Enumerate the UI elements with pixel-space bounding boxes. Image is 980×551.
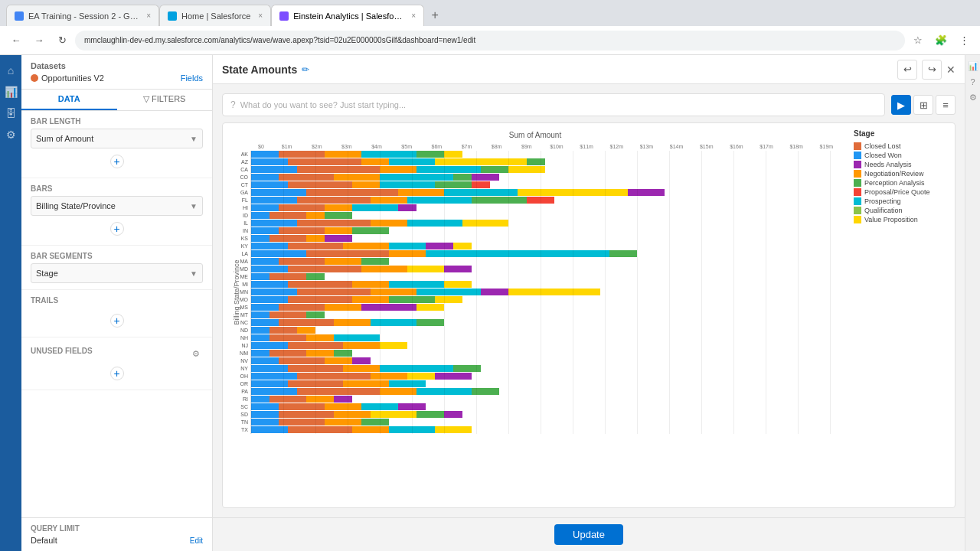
left-nav: ⌂ 📊 🗄 ⚙ <box>0 55 21 551</box>
bar-row[interactable] <box>251 174 841 181</box>
bar-row[interactable] <box>251 273 841 280</box>
bar-row[interactable] <box>251 426 841 433</box>
bar-row[interactable] <box>251 419 841 425</box>
home-nav-icon[interactable]: ⌂ <box>2 61 20 80</box>
tab-close-2[interactable]: × <box>258 11 263 20</box>
analytics-nav-icon[interactable]: 📊 <box>2 83 20 101</box>
table-view-button[interactable]: ⊞ <box>913 95 933 115</box>
bar-row[interactable] <box>251 258 841 265</box>
unused-fields-gear-icon[interactable]: ⚙ <box>189 347 203 360</box>
edit-link[interactable]: Edit <box>190 536 203 545</box>
bar-segment <box>527 197 554 204</box>
tab-close-1[interactable]: × <box>146 11 151 20</box>
bar-row[interactable] <box>251 220 841 227</box>
bar-segment <box>352 357 371 364</box>
chart-view-button[interactable]: ▶ <box>891 95 911 115</box>
bar-row[interactable] <box>251 304 841 311</box>
bar-row[interactable] <box>251 342 841 349</box>
datasets-label: Datasets <box>31 61 203 70</box>
trails-add-button[interactable]: + <box>110 314 124 328</box>
bar-row[interactable] <box>251 289 841 295</box>
bar-row[interactable] <box>251 403 841 410</box>
bar-row[interactable] <box>251 266 841 272</box>
y-label: IN <box>229 227 250 234</box>
y-label: RI <box>229 396 250 403</box>
address-bar[interactable]: mmclaughlin-dev-ed.my.salesforce.com/ana… <box>75 31 905 51</box>
bar-row[interactable] <box>251 166 841 173</box>
title-edit-icon[interactable]: ✏ <box>302 64 309 75</box>
data-nav-icon[interactable]: 🗄 <box>2 104 20 122</box>
tab-1[interactable]: EA Training - Session 2 - Google... × <box>6 5 159 26</box>
tab-filters[interactable]: ▽FILTERS <box>117 90 213 110</box>
settings-button[interactable]: ⋮ <box>954 31 974 51</box>
bar-segment <box>380 166 416 173</box>
update-button[interactable]: Update <box>554 524 623 545</box>
bar-row[interactable] <box>251 388 841 395</box>
bar-row[interactable] <box>251 151 841 158</box>
bar-row[interactable] <box>251 250 841 257</box>
x-label-16: $16m <box>721 144 751 149</box>
bookmarks-star[interactable]: ☆ <box>908 31 928 51</box>
bar-row[interactable] <box>251 197 841 204</box>
settings-view-button[interactable]: ≡ <box>936 95 956 115</box>
bar-segment <box>435 158 527 165</box>
bar-row[interactable] <box>251 327 841 334</box>
bar-segment <box>288 365 343 372</box>
back-button[interactable]: ← <box>6 31 26 51</box>
bar-segment <box>416 166 481 173</box>
tab-data[interactable]: DATA <box>21 90 117 110</box>
bar-row[interactable] <box>251 212 841 219</box>
unused-add-button[interactable]: + <box>110 367 124 380</box>
bar-row[interactable] <box>251 227 841 234</box>
reload-button[interactable]: ↻ <box>52 31 72 51</box>
fields-link[interactable]: Fields <box>181 73 203 83</box>
bar-segment <box>371 411 416 418</box>
extensions-button[interactable]: 🧩 <box>931 31 951 51</box>
bar-row[interactable] <box>251 243 841 249</box>
dataset-name: Opportunities V2 <box>31 73 104 83</box>
bar-row[interactable] <box>251 373 841 380</box>
bar-row[interactable] <box>251 235 841 242</box>
bar-row[interactable] <box>251 319 841 326</box>
bar-segment <box>270 327 297 334</box>
bar-segment <box>371 373 407 380</box>
bar-row[interactable] <box>251 365 841 372</box>
bar-segment <box>279 258 325 265</box>
tab-3[interactable]: Einstein Analytics | Salesforce - ... × <box>271 5 424 26</box>
bar-length-add-button[interactable]: + <box>110 155 124 168</box>
y-label: ID <box>229 212 250 219</box>
undo-button[interactable]: ↩ <box>897 60 917 80</box>
bar-row[interactable] <box>251 350 841 357</box>
redo-button[interactable]: ↪ <box>922 60 942 80</box>
tab-2[interactable]: Home | Salesforce × <box>159 5 271 26</box>
bar-row[interactable] <box>251 158 841 165</box>
new-tab-button[interactable]: + <box>424 5 446 26</box>
bars-add-button[interactable]: + <box>110 222 124 236</box>
bar-row[interactable] <box>251 380 841 387</box>
bar-segment <box>389 243 426 249</box>
bars-select[interactable]: Billing State/Province ▼ <box>31 196 203 216</box>
bar-row[interactable] <box>251 311 841 318</box>
search-mini-icon[interactable]: ? <box>970 77 975 86</box>
close-panel-button[interactable]: ✕ <box>946 64 956 76</box>
bar-row[interactable] <box>251 396 841 403</box>
bar-segment <box>453 243 472 249</box>
settings-nav-icon[interactable]: ⚙ <box>2 126 20 144</box>
bar-row[interactable] <box>251 204 841 211</box>
bar-row[interactable] <box>251 281 841 288</box>
bar-segment <box>251 227 279 234</box>
bar-segment <box>325 204 352 211</box>
tab-close-3[interactable]: × <box>411 11 416 20</box>
search-bar[interactable]: ? What do you want to see? Just start ty… <box>222 93 885 116</box>
bar-segments-select[interactable]: Stage ▼ <box>31 263 203 283</box>
bar-row[interactable] <box>251 296 841 303</box>
bar-row[interactable] <box>251 189 841 196</box>
bar-row[interactable] <box>251 357 841 364</box>
bar-row[interactable] <box>251 181 841 188</box>
bar-row[interactable] <box>251 411 841 418</box>
bar-row[interactable] <box>251 334 841 341</box>
forward-button[interactable]: → <box>29 31 49 51</box>
bar-length-select[interactable]: Sum of Amount ▼ <box>31 129 203 148</box>
chart-mini-icon[interactable]: 📊 <box>968 61 978 71</box>
settings-mini-icon[interactable]: ⚙ <box>969 93 977 103</box>
